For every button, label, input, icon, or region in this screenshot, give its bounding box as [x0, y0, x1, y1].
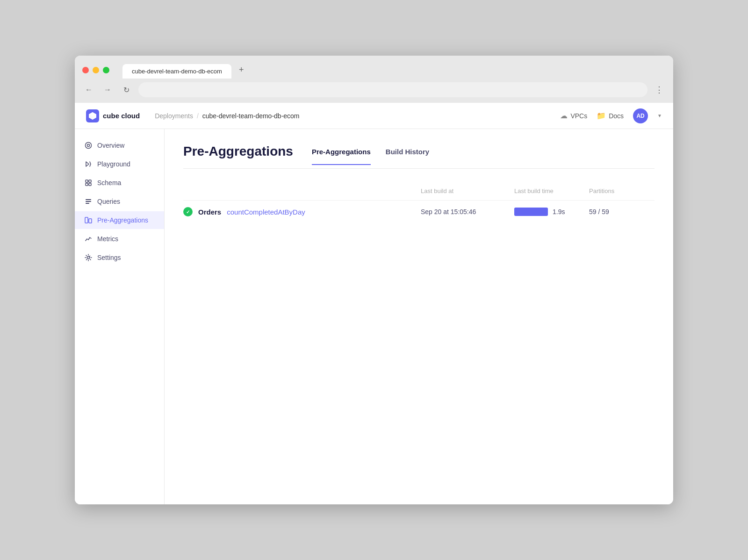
table-row: Orders countCompletedAtByDay Sep 20 at 1…: [183, 200, 654, 223]
tab-build-history[interactable]: Build History: [386, 148, 429, 165]
sidebar-label-schema: Schema: [97, 179, 121, 187]
tab-title: cube-devrel-team-demo-db-ecom: [132, 68, 222, 75]
menu-icon: ⋮: [655, 85, 664, 94]
forward-button[interactable]: →: [101, 83, 114, 96]
logo-text: cube cloud: [103, 112, 140, 120]
tabs: Pre-Aggregations Build History: [312, 148, 429, 165]
sidebar-label-queries: Queries: [97, 198, 120, 205]
svg-rect-10: [85, 217, 88, 223]
col-name: [206, 187, 421, 194]
row-name-cell: Orders countCompletedAtByDay: [183, 207, 421, 216]
main-layout: Overview Playground: [75, 129, 673, 504]
browser-titlebar: cube-devrel-team-demo-db-ecom +: [75, 56, 673, 79]
sidebar-item-playground[interactable]: Playground: [75, 155, 164, 173]
svg-rect-4: [89, 180, 91, 182]
nav-actions: ☁ VPCs 📁 Docs AD ▼: [560, 108, 662, 123]
cloud-icon: ☁: [560, 111, 568, 120]
svg-rect-7: [86, 199, 91, 200]
refresh-button[interactable]: ↻: [120, 83, 133, 96]
sidebar-label-playground: Playground: [97, 160, 130, 168]
traffic-lights: [82, 67, 109, 73]
sidebar-label-settings: Settings: [97, 254, 121, 261]
sidebar-label-metrics: Metrics: [97, 235, 118, 243]
page-header: Pre-Aggregations Pre-Aggregations Build …: [183, 144, 654, 169]
browser-toolbar: ← → ↻ ⋮: [75, 79, 673, 103]
app-container: cube cloud Deployments / cube-devrel-tea…: [75, 103, 673, 504]
chevron-down-icon[interactable]: ▼: [657, 113, 662, 118]
svg-rect-9: [86, 203, 89, 204]
status-dot-success: [183, 207, 193, 216]
breadcrumb-current: cube-devrel-team-demo-db-ecom: [202, 112, 300, 120]
breadcrumb-separator: /: [197, 112, 199, 120]
svg-rect-5: [86, 183, 88, 186]
sidebar-item-overview[interactable]: Overview: [75, 136, 164, 154]
avatar[interactable]: AD: [633, 108, 648, 123]
vpcs-label: VPCs: [570, 112, 587, 120]
docs-link[interactable]: 📁 Docs: [597, 111, 624, 120]
sidebar: Overview Playground: [75, 129, 165, 504]
breadcrumb: Deployments / cube-devrel-team-demo-db-e…: [155, 112, 560, 120]
address-bar[interactable]: [138, 82, 647, 97]
col-partitions: Partitions: [589, 187, 645, 194]
page-title: Pre-Aggregations: [183, 144, 293, 168]
row-build-time-cell: 1.9s: [514, 208, 589, 216]
sidebar-item-queries[interactable]: Queries: [75, 193, 164, 210]
tab-label-pre-aggregations: Pre-Aggregations: [312, 148, 371, 156]
pre-agg-icon: [84, 216, 93, 224]
back-icon: ←: [85, 86, 93, 94]
avatar-text: AD: [636, 113, 644, 119]
tab-pre-aggregations[interactable]: Pre-Aggregations: [312, 148, 371, 165]
content-area: Pre-Aggregations Pre-Aggregations Build …: [165, 129, 673, 504]
sidebar-item-settings[interactable]: Settings: [75, 249, 164, 266]
svg-rect-6: [89, 183, 91, 186]
browser-tabs: cube-devrel-team-demo-db-ecom +: [122, 61, 666, 79]
forward-icon: →: [104, 86, 111, 94]
sidebar-label-overview: Overview: [97, 142, 124, 149]
browser-window: cube-devrel-team-demo-db-ecom + ← → ↻ ⋮: [75, 56, 673, 504]
queries-icon: [84, 197, 93, 206]
table-header: Last build at Last build time Partitions: [183, 182, 654, 200]
docs-label: Docs: [609, 112, 624, 120]
settings-icon: [84, 253, 93, 262]
traffic-light-close[interactable]: [82, 67, 89, 73]
col-last-build-at: Last build at: [421, 187, 514, 194]
svg-point-2: [87, 144, 90, 147]
sidebar-label-pre-aggregations: Pre-Aggregations: [97, 216, 148, 224]
schema-icon: [84, 179, 93, 187]
traffic-light-minimize[interactable]: [93, 67, 99, 73]
progress-bar: [514, 208, 548, 216]
vpcs-link[interactable]: ☁ VPCs: [560, 111, 587, 120]
sidebar-item-schema[interactable]: Schema: [75, 174, 164, 192]
tab-label-build-history: Build History: [386, 148, 429, 156]
col-last-build-time: Last build time: [514, 187, 589, 194]
breadcrumb-root[interactable]: Deployments: [155, 112, 193, 120]
top-nav: cube cloud Deployments / cube-devrel-tea…: [75, 103, 673, 129]
sidebar-item-pre-aggregations[interactable]: Pre-Aggregations: [75, 211, 164, 229]
new-tab-icon: +: [239, 65, 244, 74]
logo-icon: [86, 109, 99, 122]
svg-rect-3: [86, 180, 88, 182]
playground-icon: [84, 160, 93, 168]
overview-icon: [84, 141, 93, 150]
metrics-icon: [84, 235, 93, 243]
traffic-light-maximize[interactable]: [103, 67, 109, 73]
svg-point-1: [86, 143, 92, 149]
row-partitions: 59 / 59: [589, 208, 645, 215]
row-last-build-time: 1.9s: [553, 208, 565, 215]
svg-rect-11: [89, 219, 92, 223]
row-cube-name: Orders: [198, 208, 221, 216]
browser-chrome: cube-devrel-team-demo-db-ecom + ← → ↻ ⋮: [75, 56, 673, 103]
new-tab-button[interactable]: +: [231, 61, 252, 79]
docs-icon: 📁: [597, 111, 606, 120]
logo-area: cube cloud: [86, 109, 140, 122]
back-button[interactable]: ←: [82, 83, 95, 96]
browser-menu-button[interactable]: ⋮: [653, 83, 666, 97]
row-last-build-at: Sep 20 at 15:05:46: [421, 208, 514, 215]
svg-rect-8: [86, 201, 91, 202]
pre-aggregations-table: Last build at Last build time Partitions…: [183, 182, 654, 223]
row-agg-name[interactable]: countCompletedAtByDay: [227, 208, 305, 216]
refresh-icon: ↻: [123, 86, 129, 94]
active-tab[interactable]: cube-devrel-team-demo-db-ecom: [122, 64, 231, 79]
sidebar-item-metrics[interactable]: Metrics: [75, 230, 164, 248]
